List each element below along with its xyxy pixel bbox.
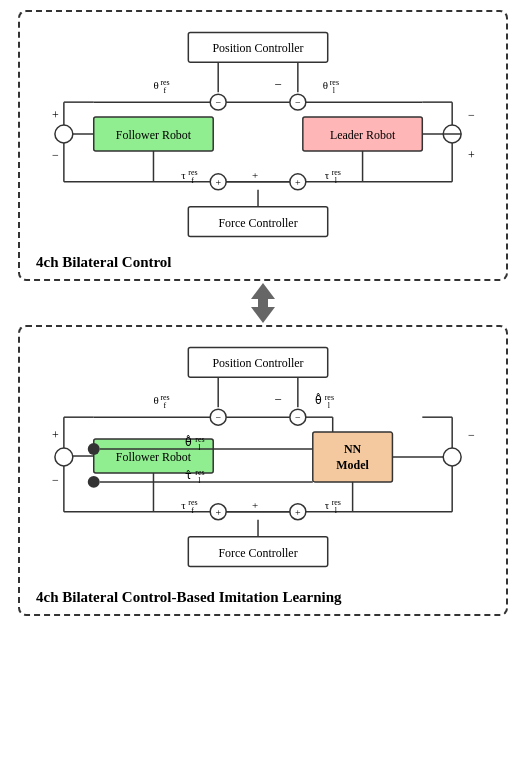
diagram1-svg: Position Controller θ res f θ res l − − …: [34, 24, 492, 244]
pos-ctrl-label: Position Controller: [212, 41, 303, 55]
sum-left-outer: [55, 125, 73, 143]
pos-ctrl-label2: Position Controller: [212, 356, 303, 370]
diagram1-title: 4ch Bilateral Control: [34, 254, 492, 271]
theta-f-sub2: f: [163, 86, 166, 95]
plus-center-bottom2: +: [252, 499, 258, 511]
follower-robot2-label: Follower Robot: [116, 450, 192, 464]
diagram2-title: 4ch Bilateral Control-Based Imitation Le…: [34, 589, 492, 606]
arrow-svg: [233, 281, 293, 325]
sum-right-outer2: [443, 448, 461, 466]
imitation-learning-box: Position Controller θ res f − θ̂ res l −…: [18, 325, 508, 616]
minus-left: −: [52, 148, 59, 162]
theta-f-label: θ: [153, 79, 158, 91]
sensor-top: [88, 443, 100, 455]
leader-robot-label: Leader Robot: [330, 128, 396, 142]
tau-hat-l-sub: l: [198, 476, 201, 485]
nn-model-label: NN: [344, 442, 362, 456]
tau-f-sub: f: [191, 176, 194, 185]
sum-tl2-sign: −: [215, 412, 221, 423]
theta-hat-l-sub: l: [328, 401, 331, 410]
tau-l2-label: τ: [325, 499, 330, 511]
tau-l-sub: l: [335, 176, 338, 185]
arrow-body: [258, 299, 268, 307]
theta-hat-label: θ̂: [185, 435, 192, 448]
force-ctrl2-label: Force Controller: [218, 546, 297, 560]
force-ctrl-label: Force Controller: [218, 216, 297, 230]
theta-hat-l-label: θ̂: [315, 393, 322, 406]
diagram2-svg: Position Controller θ res f − θ̂ res l −…: [34, 339, 492, 579]
plus-center-bottom: +: [252, 169, 258, 181]
theta-f2-sub: f: [163, 401, 166, 410]
minus1: −: [274, 77, 281, 92]
theta-f2-label: θ: [153, 394, 158, 406]
tau-f2-label: τ: [181, 499, 186, 511]
minus-left2: −: [52, 473, 59, 487]
minus2: −: [274, 392, 281, 407]
tau-l2-sub: l: [335, 506, 338, 515]
tau-l-label: τ: [325, 169, 330, 181]
minus-right: −: [468, 108, 475, 122]
follower-robot-label: Follower Robot: [116, 128, 192, 142]
sum-tr-minus: −: [295, 97, 301, 108]
arrow-down: [251, 307, 275, 323]
sum-tl-plus: −: [215, 97, 221, 108]
tau-f-label: τ: [181, 169, 186, 181]
middle-arrow: [10, 281, 516, 325]
plus-right2: +: [468, 148, 475, 162]
sum-br2-plus: +: [295, 507, 301, 518]
sum-br-plus: +: [295, 177, 301, 188]
theta-l-sub: l: [333, 86, 336, 95]
sum-bl2-plus: +: [215, 507, 221, 518]
arrow-up: [251, 283, 275, 299]
sum-tr2-sign: −: [295, 412, 301, 423]
plus-left2: +: [52, 428, 59, 442]
main-container: Position Controller θ res f θ res l − − …: [10, 10, 516, 616]
bilateral-control-box: Position Controller θ res f θ res l − − …: [18, 10, 508, 281]
nn-model-label2: Model: [336, 458, 369, 472]
tau-hat-label: τ̂: [185, 469, 192, 481]
theta-l-label: θ: [323, 79, 328, 91]
tau-f2-sub: f: [191, 506, 194, 515]
minus-right2: −: [468, 428, 475, 442]
sum-left-outer2: [55, 448, 73, 466]
sensor-bottom: [88, 476, 100, 488]
plus-left: +: [52, 108, 59, 122]
sum-bl-plus: +: [215, 177, 221, 188]
